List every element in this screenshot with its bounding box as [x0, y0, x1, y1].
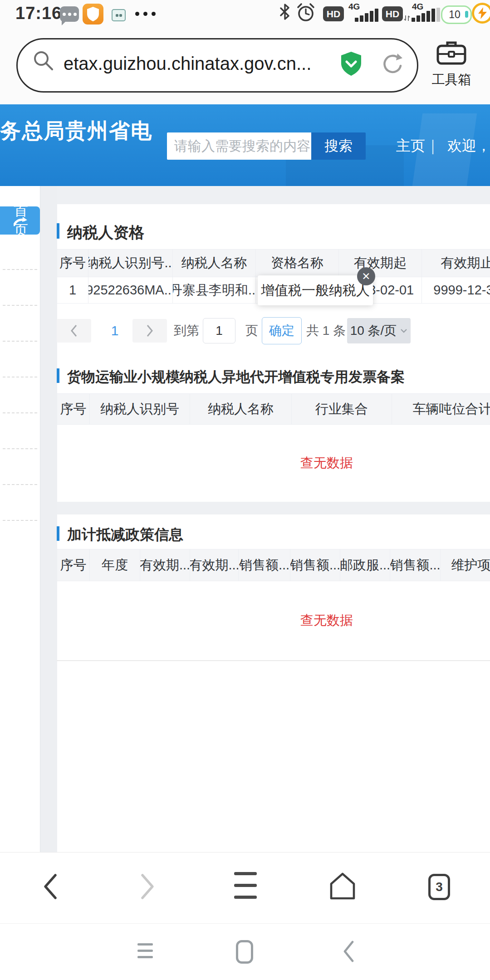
- column-header: 维护项...: [441, 549, 490, 581]
- table-row: 1: [57, 277, 88, 304]
- column-header: 纳税人名称: [190, 394, 292, 425]
- pagination-prev-button[interactable]: [57, 319, 91, 343]
- column-header: 有效期止: [422, 250, 490, 277]
- more-notifications-icon: [135, 12, 156, 16]
- system-back-button[interactable]: [342, 940, 355, 965]
- chevron-down-icon: [400, 328, 407, 333]
- signal-bars-2: 4G: [404, 2, 438, 22]
- misc-notification-icon: [112, 9, 126, 21]
- column-header: 行业集合: [292, 394, 392, 425]
- toolbox-button[interactable]: 工具箱: [426, 39, 476, 98]
- site-title: 务总局贵州省电: [0, 117, 152, 145]
- sidebar-divider: [3, 305, 37, 306]
- column-header: 邮政服...: [340, 549, 390, 581]
- hd-badge-1: HD: [323, 6, 344, 21]
- column-header: 资格名称: [256, 250, 339, 277]
- site-header: 务总局贵州省电 搜索 主页 ｜ 欢迎，丹: [0, 104, 490, 186]
- site-search-input[interactable]: [167, 132, 311, 160]
- sidebar-item-home[interactable]: 首页: [0, 206, 40, 235]
- browser-tabs-button[interactable]: 3: [428, 874, 450, 900]
- security-app-notification-icon: [83, 4, 103, 24]
- url-text[interactable]: etax.guizhou.chinatax.gov.cn...: [64, 54, 311, 74]
- column-header: 销售额...: [239, 549, 290, 581]
- column-header: 销售额...: [290, 549, 340, 581]
- browser-back-button[interactable]: [43, 873, 58, 902]
- pagination-next-button[interactable]: [132, 319, 167, 343]
- table-row: 9999-12-31: [422, 277, 490, 304]
- column-header: 销售额...: [390, 549, 441, 581]
- nav-separator: ｜: [426, 136, 440, 156]
- section-accent-bar: [57, 526, 59, 541]
- system-home-button[interactable]: [236, 940, 253, 964]
- alarm-clock-icon: [296, 2, 316, 24]
- system-recents-button[interactable]: [137, 943, 153, 958]
- section-accent-bar: [57, 368, 59, 383]
- page-size-dropdown[interactable]: 10 条/页: [347, 318, 411, 343]
- empty-data-message: 查无数据: [57, 581, 490, 661]
- section-accent-bar: [57, 223, 59, 239]
- sidebar-divider: [3, 377, 37, 377]
- pagination-current-page[interactable]: 1: [105, 319, 124, 343]
- browser-top-area: 17:16 HD 4G HD 4G 10 etax.guizho: [0, 0, 490, 104]
- sidebar-divider: [3, 269, 37, 270]
- welcome-text: 欢迎，丹: [447, 136, 490, 156]
- sidebar-divider-strip: [40, 186, 57, 852]
- table-row: 92522636MA...: [88, 277, 173, 304]
- sidebar-divider: [3, 448, 37, 449]
- search-icon: [32, 49, 55, 74]
- column-header: 纳税人名称: [173, 250, 256, 277]
- hd-badge-2: HD: [382, 6, 403, 21]
- battery-level: 10: [449, 9, 461, 21]
- column-header: 车辆吨位合计: [392, 394, 490, 425]
- message-notification-icon: [60, 6, 79, 22]
- sidebar-divider: [3, 520, 37, 521]
- tooltip-close-button[interactable]: ✕: [357, 267, 375, 285]
- empty-data-message: 查无数据: [57, 424, 490, 502]
- sidebar-divider: [3, 412, 37, 413]
- panel-gap: [57, 502, 490, 514]
- column-header: 纳税人识别号...: [88, 250, 173, 277]
- signal-bars-1: 4G: [348, 2, 383, 22]
- sidebar-divider: [3, 341, 37, 342]
- nav-home-link[interactable]: 主页: [396, 136, 425, 156]
- column-header: 年度: [90, 549, 140, 581]
- page-size-value: 10 条/页: [350, 322, 397, 339]
- column-header: 有效期...: [190, 549, 239, 581]
- column-header: 序号: [57, 549, 90, 581]
- bluetooth-icon: [279, 4, 290, 22]
- freight-transport-table: 序号 纳税人识别号 纳税人名称 行业集合 车辆吨位合计: [57, 393, 490, 425]
- column-header: 序号: [57, 250, 88, 277]
- site-search-button[interactable]: 搜索: [311, 132, 366, 160]
- pagination-goto-input[interactable]: [203, 318, 235, 343]
- table-row: 丹寨县李明和...: [173, 277, 256, 304]
- browser-menu-button[interactable]: [234, 872, 257, 899]
- toolbox-label: 工具箱: [426, 71, 476, 89]
- section-title-freight-transport: 货物运输业小规模纳税人异地代开增值税专用发票备案: [67, 368, 405, 387]
- home-swoosh-icon: [14, 215, 27, 231]
- column-header: 有效期起: [339, 250, 422, 277]
- content-top-gap: [57, 186, 490, 204]
- status-time: 17:16: [15, 4, 62, 23]
- section-title-taxpayer-qualification: 纳税人资格: [67, 222, 144, 243]
- battery-indicator: 10: [441, 5, 472, 24]
- refresh-icon[interactable]: [380, 53, 404, 78]
- section-title-additional-deduction: 加计抵减政策信息: [67, 525, 183, 545]
- browser-home-button[interactable]: [329, 872, 356, 902]
- qualification-tooltip: 增值税一般纳税人: [258, 275, 373, 305]
- column-header: 有效期...: [140, 549, 190, 581]
- pagination-total: 共 1 条: [306, 319, 346, 343]
- column-header: 纳税人识别号: [90, 394, 190, 425]
- pagination-confirm-button[interactable]: 确定: [262, 317, 302, 344]
- security-shield-icon[interactable]: [339, 51, 363, 79]
- pagination-goto-suffix: 页: [245, 319, 258, 343]
- browser-forward-button[interactable]: [140, 873, 155, 902]
- sidebar-divider: [3, 484, 37, 485]
- charging-icon: [472, 3, 490, 24]
- pagination-goto-prefix: 到第: [174, 319, 199, 343]
- toolbox-icon: [436, 60, 467, 68]
- column-header: 序号: [57, 394, 90, 425]
- additional-deduction-table: 序号 年度 有效期... 有效期... 销售额... 销售额... 邮政服...…: [57, 549, 490, 581]
